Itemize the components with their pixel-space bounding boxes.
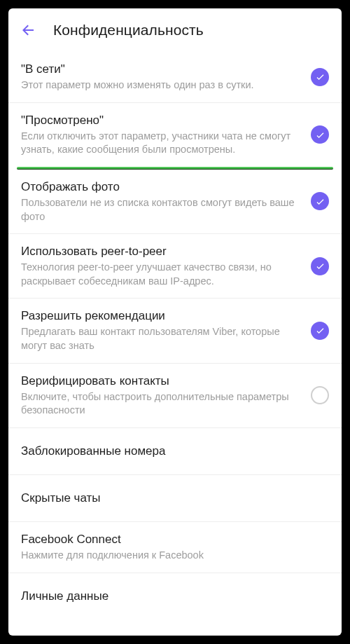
setting-recommendations[interactable]: Разрешить рекомендации Предлагать ваш ко… bbox=[8, 299, 342, 362]
setting-subtitle: Если отключить этот параметр, участники … bbox=[21, 130, 302, 157]
setting-subtitle: Нажмите для подключения к Facebook bbox=[21, 549, 329, 563]
check-icon bbox=[315, 130, 326, 140]
setting-subtitle: Включите, чтобы настроить дополнительные… bbox=[21, 390, 302, 418]
check-icon bbox=[315, 196, 326, 207]
checkbox-on[interactable] bbox=[311, 322, 329, 340]
setting-text: Скрытые чаты bbox=[21, 491, 329, 506]
page-title: Конфиденциальность bbox=[53, 22, 204, 39]
setting-text: Верифицировать контакты Включите, чтобы … bbox=[21, 374, 302, 418]
checkbox-on[interactable] bbox=[311, 125, 329, 144]
setting-title: Верифицировать контакты bbox=[21, 374, 302, 389]
setting-title: Личные данные bbox=[21, 589, 329, 604]
setting-text: "Просмотрено" Если отключить этот параме… bbox=[21, 113, 302, 157]
setting-text: Facebook Connect Нажмите для подключения… bbox=[21, 532, 329, 563]
setting-subtitle: Предлагать ваш контакт пользователям Vib… bbox=[21, 325, 302, 352]
arrow-left-icon bbox=[20, 22, 36, 39]
checkbox-on[interactable] bbox=[311, 68, 329, 86]
setting-hidden-chats[interactable]: Скрытые чаты bbox=[8, 475, 342, 521]
setting-seen[interactable]: "Просмотрено" Если отключить этот параме… bbox=[8, 103, 342, 167]
setting-text: Личные данные bbox=[21, 589, 329, 604]
setting-text: Заблокированные номера bbox=[21, 444, 329, 459]
check-icon bbox=[315, 261, 326, 271]
setting-subtitle: Пользователи не из списка контактов смог… bbox=[21, 196, 302, 224]
setting-p2p[interactable]: Использовать peer-to-peer Технология pee… bbox=[8, 234, 342, 298]
header-bar: Конфиденциальность bbox=[8, 8, 342, 52]
check-icon bbox=[315, 325, 326, 336]
setting-blocked-numbers[interactable]: Заблокированные номера bbox=[8, 428, 342, 474]
back-button[interactable] bbox=[18, 20, 38, 40]
setting-title: Заблокированные номера bbox=[21, 444, 329, 459]
setting-title: Использовать peer-to-peer bbox=[21, 244, 302, 259]
setting-text: Использовать peer-to-peer Технология pee… bbox=[21, 244, 302, 288]
checkbox-off[interactable] bbox=[311, 386, 329, 404]
setting-subtitle: Этот параметр можно изменять один раз в … bbox=[21, 78, 302, 93]
setting-title: "Просмотрено" bbox=[21, 113, 302, 128]
setting-personal-data[interactable]: Личные данные bbox=[8, 573, 342, 619]
setting-text: Разрешить рекомендации Предлагать ваш ко… bbox=[21, 308, 302, 352]
setting-show-photo[interactable]: Отображать фото Пользователи не из списк… bbox=[8, 170, 342, 233]
setting-title: Отображать фото bbox=[21, 179, 302, 195]
setting-online[interactable]: "В сети" Этот параметр можно изменять од… bbox=[8, 52, 342, 102]
setting-title: Facebook Connect bbox=[21, 532, 329, 547]
setting-subtitle: Технология peer-to-peer улучшает качеств… bbox=[21, 261, 302, 288]
privacy-settings-screen: Конфиденциальность "В сети" Этот парамет… bbox=[8, 8, 342, 636]
check-icon bbox=[315, 71, 326, 82]
setting-text: "В сети" Этот параметр можно изменять од… bbox=[21, 62, 302, 93]
setting-facebook-connect[interactable]: Facebook Connect Нажмите для подключения… bbox=[8, 522, 342, 573]
setting-title: Разрешить рекомендации bbox=[21, 308, 302, 324]
checkbox-on[interactable] bbox=[311, 192, 329, 210]
setting-title: "В сети" bbox=[21, 62, 302, 77]
setting-verify-contacts[interactable]: Верифицировать контакты Включите, чтобы … bbox=[8, 364, 342, 427]
setting-title: Скрытые чаты bbox=[21, 491, 329, 506]
settings-list: "В сети" Этот параметр можно изменять од… bbox=[8, 52, 342, 636]
checkbox-on[interactable] bbox=[311, 257, 329, 275]
setting-text: Отображать фото Пользователи не из списк… bbox=[21, 179, 302, 224]
